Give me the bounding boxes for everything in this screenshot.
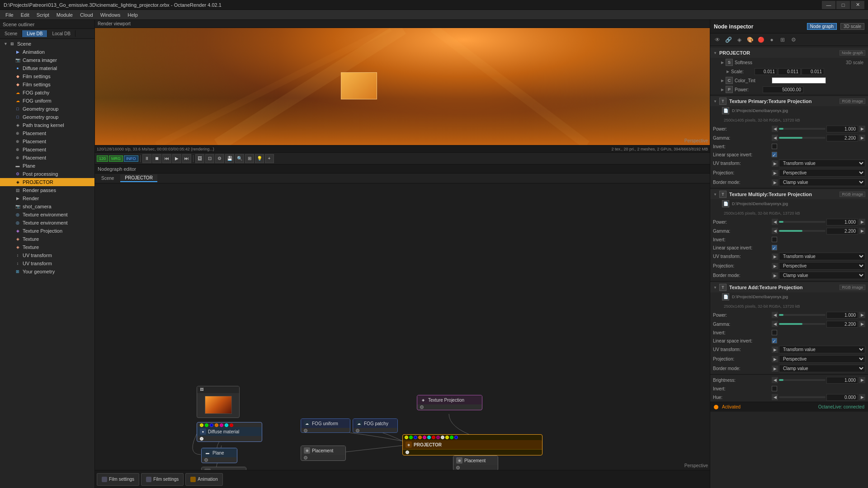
film-node-anim[interactable]: Animation (185, 473, 222, 486)
menu-cloud[interactable]: Cloud (76, 11, 97, 19)
hue-input[interactable] (826, 394, 858, 401)
grid-button[interactable]: ⊞ (245, 154, 254, 163)
save-button[interactable]: 💾 (225, 154, 234, 163)
tree-item-projector[interactable]: ◈ PROJECTOR (0, 178, 94, 186)
tree-item-render[interactable]: ▶ Render (0, 194, 94, 202)
tab-scene[interactable]: Scene (0, 30, 22, 37)
tm-gamma-inc[interactable]: ▶ (859, 228, 865, 234)
tp-gamma-dec[interactable]: ◀ (772, 135, 778, 141)
tp-gamma-slider[interactable] (779, 137, 826, 139)
header-tag-nodegraph[interactable]: Node graph (807, 23, 837, 30)
tp-gamma-inc[interactable]: ▶ (859, 135, 865, 141)
scale-y-input[interactable] (778, 68, 801, 75)
tree-item-geo2[interactable]: □ Geometry group (0, 113, 94, 121)
ta-border-select[interactable]: Clamp value (779, 365, 865, 372)
ta-border-btn[interactable]: ▶ (772, 366, 778, 372)
hue-inc[interactable]: ▶ (859, 394, 865, 400)
tab-live-db[interactable]: Live DB (22, 30, 47, 37)
tm-proj-btn[interactable]: ▶ (772, 263, 778, 269)
tp-power-slider[interactable] (779, 128, 826, 130)
tree-item-camera[interactable]: 📷 Camera imager (0, 56, 94, 64)
tree-item-fog-uniform[interactable]: ☁ FOG uniform (0, 97, 94, 105)
brightness-inc[interactable]: ▶ (859, 377, 865, 383)
node-plane[interactable]: ▬ Plane (201, 448, 237, 463)
tp-invert-checkbox[interactable] (772, 144, 777, 149)
nodegraph-canvas[interactable]: 🖼 (95, 183, 710, 470)
ta-gamma-dec[interactable]: ◀ (772, 321, 778, 327)
tree-item-yourgeom[interactable]: ⊞ Your geometry (0, 267, 94, 276)
tm-power-dec[interactable]: ◀ (772, 219, 778, 225)
tree-item-place2[interactable]: ⊕ Placement (0, 137, 94, 145)
tree-item-place3[interactable]: ⊕ Placement (0, 145, 94, 154)
prev-frame-button[interactable]: ⏮ (162, 154, 171, 163)
tp-power-input[interactable] (826, 126, 858, 132)
tb-eye-button[interactable]: 👁 (712, 35, 723, 45)
tb-node-button[interactable]: ◈ (734, 35, 745, 45)
tree-item-scene[interactable]: ▼ ⊞ Scene (0, 40, 94, 48)
ta-uvt-select[interactable]: Transform value (779, 346, 865, 353)
tree-item-uvt1[interactable]: ↕ UV transform (0, 251, 94, 259)
tm-uvt-btn[interactable]: ▶ (772, 253, 778, 260)
tb-sphere-button[interactable]: ● (766, 35, 777, 45)
tex-add-section[interactable]: ▼ T Texture Add:Texture Projection RGB i… (710, 282, 868, 292)
brightness-input[interactable] (826, 377, 858, 384)
ta-proj-select[interactable]: Perspective (779, 355, 865, 363)
menu-module[interactable]: Module (53, 11, 76, 19)
node-diffuse[interactable]: ● Diffuse material (197, 422, 262, 442)
tp-power-dec[interactable]: ◀ (772, 126, 778, 132)
node-placement-bot[interactable]: ⊕ Placement (201, 467, 246, 470)
tree-item-diffuse[interactable]: ● Diffuse material (0, 64, 94, 72)
menu-help[interactable]: Help (124, 11, 142, 19)
tb-link-button[interactable]: 🔗 (723, 35, 734, 45)
tp-power-inc[interactable]: ▶ (859, 126, 865, 132)
tab-local-db[interactable]: Local DB (47, 30, 75, 37)
tree-item-tex1[interactable]: ◈ Texture (0, 235, 94, 243)
tp-uvt-dec[interactable]: ▶ (772, 160, 778, 167)
menu-script[interactable]: Script (33, 11, 53, 19)
power-main-input[interactable] (763, 86, 803, 93)
close-button[interactable]: ✕ (851, 1, 864, 9)
menu-edit[interactable]: Edit (17, 11, 33, 19)
stop-button[interactable]: ⏹ (152, 154, 161, 163)
brightness-slider[interactable] (779, 379, 826, 381)
ta-power-input[interactable] (826, 312, 858, 319)
tree-item-geo1[interactable]: □ Geometry group (0, 105, 94, 113)
tex-multiply-section[interactable]: ▼ T Texture Multiply:Texture Projection … (710, 189, 868, 199)
tree-item-shotcamera[interactable]: 📷 shot_camera (0, 202, 94, 211)
tm-power-input[interactable] (826, 219, 858, 225)
tex-primary-section[interactable]: ▼ T Texture Primary:Texture Projection R… (710, 96, 868, 106)
ta-power-dec[interactable]: ◀ (772, 312, 778, 318)
tm-lsi-check[interactable]: ✓ (772, 245, 777, 250)
ta-gamma-input[interactable] (826, 321, 858, 328)
node-placement-mid[interactable]: ⊕ Placement (301, 446, 346, 461)
tb-color-button[interactable]: 🎨 (745, 35, 755, 45)
film-node-2[interactable]: Film settings (141, 473, 184, 486)
ta-gamma-inc[interactable]: ▶ (859, 321, 865, 327)
light-button[interactable]: 💡 (255, 154, 264, 163)
menu-file[interactable]: File (2, 11, 17, 19)
scale-x-input[interactable] (755, 68, 777, 75)
pause-button[interactable]: ⏸ (142, 154, 151, 163)
ta-lsi-check[interactable]: ✓ (772, 338, 777, 343)
tree-item-renderpasses[interactable]: ▤ Render passes (0, 186, 94, 194)
tp-gamma-input[interactable] (826, 135, 858, 141)
ng-tab-scene[interactable]: Scene (97, 175, 118, 182)
next-frame-button[interactable]: ⏭ (182, 154, 191, 163)
ta-uvt-btn[interactable]: ▶ (772, 347, 778, 353)
tree-item-place4[interactable]: ⊕ Placement (0, 154, 94, 162)
header-tag-3dscale[interactable]: 3D scale (840, 23, 864, 30)
ta-power-inc[interactable]: ▶ (859, 312, 865, 318)
maximize-button[interactable]: □ (836, 1, 850, 9)
add-button[interactable]: + (265, 154, 274, 163)
node-thumb[interactable]: 🖼 (197, 386, 240, 418)
tree-item-plane[interactable]: ▬ Plane (0, 162, 94, 170)
tp-proj-dec[interactable]: ▶ (772, 170, 778, 176)
tb-settings-btn[interactable]: ⚙ (788, 35, 799, 45)
ta-invert-check[interactable] (772, 330, 777, 335)
tree-item-film1[interactable]: ◆ Film settings (0, 72, 94, 80)
bright-invert-check[interactable] (772, 386, 777, 391)
tb-grid-button[interactable]: ⊞ (777, 35, 788, 45)
tree-item-texenv1[interactable]: ◎ Texture environment (0, 211, 94, 219)
tm-proj-select[interactable]: Perspective (779, 262, 865, 270)
tm-power-inc[interactable]: ▶ (859, 219, 865, 225)
